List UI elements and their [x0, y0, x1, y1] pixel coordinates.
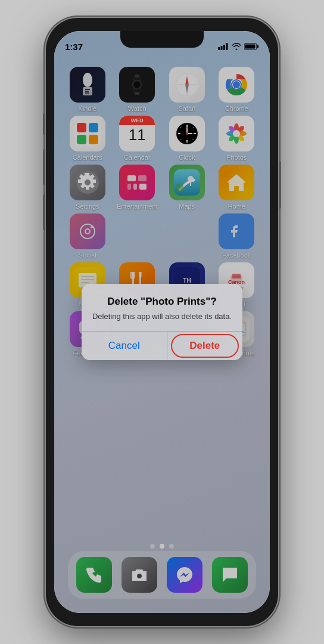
volume-down-button[interactable]: [43, 194, 45, 230]
home-screen: 1:37: [54, 31, 270, 613]
phone-frame: 1:37: [46, 18, 278, 626]
cancel-button[interactable]: Cancel: [82, 332, 167, 360]
dialog-title: Delete "Photo Prints"?: [91, 296, 233, 308]
dialog-content: Delete "Photo Prints"? Deleting this app…: [82, 284, 242, 330]
phone-screen: 1:37: [54, 31, 270, 613]
delete-button[interactable]: Delete: [171, 334, 239, 358]
delete-dialog: Delete "Photo Prints"? Deleting this app…: [82, 284, 242, 360]
power-button[interactable]: [279, 161, 281, 209]
dialog-overlay: Delete "Photo Prints"? Deleting this app…: [54, 31, 270, 613]
dialog-message: Deleting this app will also delete its d…: [91, 311, 233, 322]
dialog-buttons: Cancel Delete: [82, 332, 242, 360]
volume-up-button[interactable]: [43, 149, 45, 185]
mute-button[interactable]: [43, 113, 45, 135]
